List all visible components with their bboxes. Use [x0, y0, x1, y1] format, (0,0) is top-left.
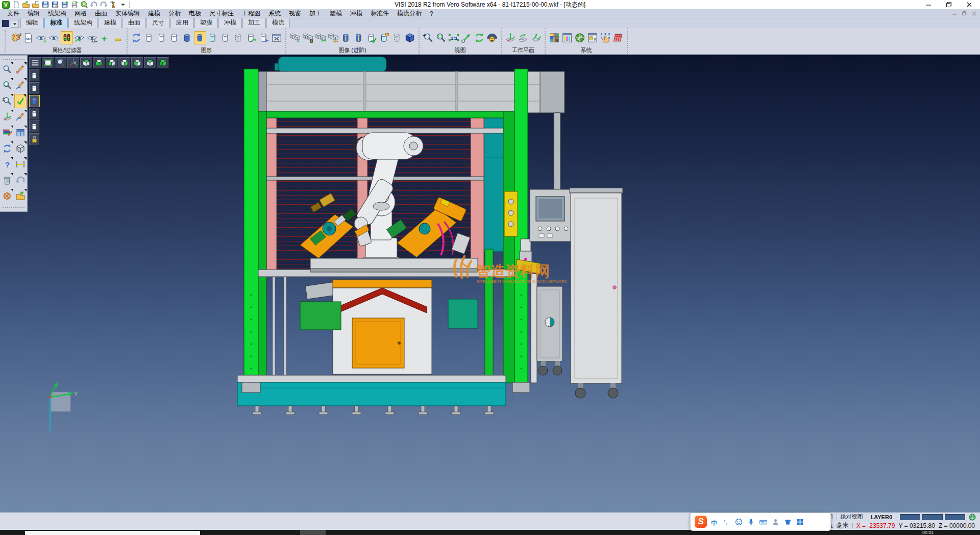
view-back[interactable]	[144, 57, 156, 68]
zoom-previous[interactable]	[55, 57, 67, 68]
view-top[interactable]	[80, 57, 92, 68]
window-layout[interactable]	[561, 31, 573, 44]
menu-item-6[interactable]: 建模	[144, 9, 164, 18]
section-view[interactable]	[340, 31, 352, 44]
shading-hidden-line[interactable]	[156, 31, 168, 44]
view-menu[interactable]	[29, 57, 41, 68]
color-settings[interactable]	[548, 31, 560, 44]
tab-0[interactable]: 编辑	[20, 17, 44, 28]
close-button[interactable]	[966, 1, 973, 8]
remove-filter[interactable]	[112, 31, 124, 44]
mdi-close-icon[interactable]	[971, 11, 977, 16]
filter-selector[interactable]	[61, 31, 73, 44]
style-translucent[interactable]	[29, 108, 40, 120]
zoom-window[interactable]	[435, 31, 447, 44]
zoom-dynamic[interactable]	[1, 62, 13, 77]
ime-voice[interactable]	[747, 518, 755, 526]
help[interactable]: ?	[1, 157, 13, 172]
ime-keyboard[interactable]	[759, 518, 768, 526]
tab-5[interactable]: 尺寸	[146, 17, 170, 28]
system-options[interactable]	[574, 31, 586, 44]
erase[interactable]: ×	[14, 62, 27, 77]
new-document[interactable]	[12, 1, 20, 9]
app-logo-icon[interactable]: V	[2, 1, 10, 9]
workplane[interactable]	[1, 110, 13, 124]
view-lock[interactable]	[29, 133, 40, 145]
modify-element[interactable]	[14, 78, 27, 92]
section-view-2[interactable]	[353, 31, 365, 44]
grid-window[interactable]	[14, 126, 27, 140]
shading-mode[interactable]	[14, 141, 27, 156]
ime-mode-chinese[interactable]: 中	[710, 518, 719, 526]
tab-dropdown-button[interactable]	[11, 20, 19, 28]
layer-swatch-0[interactable]	[900, 514, 920, 520]
view-left[interactable]	[106, 57, 118, 68]
attribute-page[interactable]	[22, 31, 35, 44]
tab-8[interactable]: 冲模	[218, 17, 242, 28]
menu-item-15[interactable]: 冲模	[346, 9, 366, 18]
zoom-window[interactable]	[1, 78, 13, 92]
ime-account[interactable]	[771, 518, 780, 526]
redo[interactable]	[100, 1, 108, 9]
tab-6[interactable]: 应用	[170, 17, 194, 28]
refresh-visibility[interactable]	[74, 31, 86, 44]
more-commands[interactable]	[119, 1, 127, 9]
import-file[interactable]	[32, 1, 40, 9]
solid-view[interactable]	[404, 31, 416, 44]
view-axonometric[interactable]	[67, 57, 80, 68]
viewport-3d[interactable]: 智造资料网 INTELLIGENT MANUFACTURING DATA NET…	[0, 55, 980, 513]
hide-entities[interactable]: −	[48, 31, 60, 44]
ime-emoji[interactable]	[734, 518, 743, 526]
regen-shading[interactable]	[245, 31, 257, 44]
view-orientation[interactable]	[486, 31, 498, 44]
layer-swatch-1[interactable]	[922, 514, 943, 520]
refresh-view[interactable]	[473, 31, 485, 44]
tab-7[interactable]: 塑膜	[194, 17, 218, 28]
mdi-minimize-icon[interactable]	[952, 11, 958, 16]
tab-10[interactable]: 模流	[266, 17, 290, 28]
shading-translucent[interactable]	[207, 31, 219, 44]
menu-item-17[interactable]: 模流分析	[393, 9, 426, 18]
shading-flat[interactable]	[219, 31, 232, 44]
taskbar-window-preview[interactable]	[25, 531, 200, 535]
zoom-in-out[interactable]: ±	[422, 31, 434, 44]
ime-toolbox[interactable]	[796, 518, 804, 526]
show-entities[interactable]: +	[35, 31, 47, 44]
wire-view[interactable]	[391, 31, 403, 44]
style-hidden[interactable]	[29, 82, 40, 94]
menu-item-10[interactable]: 工程图	[238, 9, 264, 18]
attribute-palette[interactable]	[10, 31, 22, 44]
menu-item-16[interactable]: 标准件	[366, 9, 393, 18]
menu-item-9[interactable]: 尺寸标注	[205, 9, 238, 18]
workplane-create[interactable]	[504, 31, 517, 44]
view-bottom[interactable]	[93, 57, 105, 68]
adv-refresh[interactable]	[314, 31, 327, 44]
adv-add-entities[interactable]: +	[289, 31, 301, 44]
update-shading[interactable]	[258, 31, 270, 44]
menu-item-2[interactable]: 线架构	[44, 9, 70, 18]
grid-settings[interactable]	[612, 31, 624, 44]
shading-shaded-edges[interactable]	[194, 31, 206, 44]
open-recent[interactable]	[14, 189, 27, 203]
tab-3[interactable]: 建模	[99, 17, 122, 28]
zoom-point[interactable]	[460, 31, 473, 44]
style-shaded[interactable]	[29, 95, 40, 107]
window-config[interactable]	[586, 31, 599, 44]
validate-view[interactable]	[365, 31, 378, 44]
confirm[interactable]	[14, 94, 27, 108]
ime-skin[interactable]	[783, 518, 792, 526]
navigation-wheel[interactable]	[1, 189, 13, 203]
adv-filter[interactable]	[302, 31, 314, 44]
zoom-actual[interactable]: 1:1	[448, 31, 460, 44]
layer-swatch-2[interactable]	[945, 514, 965, 520]
adv-toggle[interactable]: +/−	[327, 31, 339, 44]
menu-item-7[interactable]: 分析	[164, 9, 185, 18]
restore-button[interactable]	[945, 1, 952, 8]
minimize-button[interactable]	[925, 1, 932, 8]
print-preview[interactable]	[80, 1, 88, 9]
save-sync[interactable]	[61, 1, 69, 9]
delete[interactable]	[1, 173, 13, 187]
undo[interactable]	[90, 1, 98, 9]
selection-settings[interactable]	[599, 31, 611, 44]
tab-1[interactable]: 标准	[44, 17, 68, 28]
